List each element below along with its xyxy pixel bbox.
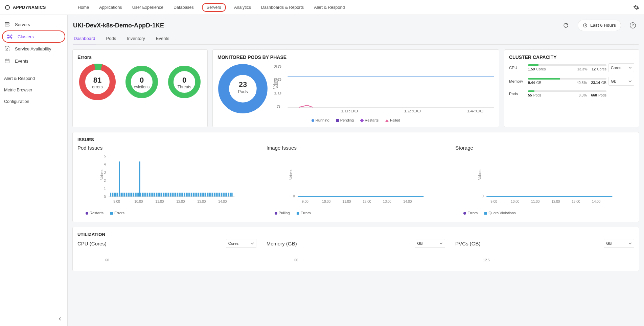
svg-rect-66: [166, 193, 168, 197]
sidebar-link-configuration[interactable]: Configuration: [0, 96, 67, 107]
svg-text:3: 3: [104, 171, 106, 174]
svg-rect-48: [135, 193, 136, 197]
sidebar-item-service-availability[interactable]: Service Availability: [0, 43, 67, 55]
brand-icon: [5, 5, 10, 10]
error-ring-Threats: 0 Threats: [167, 65, 201, 100]
svg-text:0: 0: [293, 194, 295, 198]
help-button[interactable]: [627, 20, 639, 31]
nav-servers[interactable]: Servers: [202, 3, 226, 12]
svg-rect-83: [196, 193, 198, 197]
errors-title: Errors: [77, 55, 203, 60]
tab-pods[interactable]: Pods: [106, 33, 117, 44]
sidebar-item-events[interactable]: Events: [0, 55, 67, 67]
legend-running: Running: [312, 118, 329, 122]
svg-rect-55: [147, 193, 148, 197]
svg-rect-64: [163, 193, 164, 197]
svg-text:11:00: 11:00: [531, 200, 540, 203]
svg-rect-85: [200, 193, 201, 197]
svg-point-4: [7, 35, 8, 36]
time-range-label: Last 6 Hours: [590, 23, 616, 28]
nav-user-experience[interactable]: User Experience: [130, 4, 165, 11]
page-title: UKI-DevX-k8s-Demo-AppD-1KE: [73, 22, 164, 29]
svg-rect-95: [217, 193, 219, 197]
refresh-button[interactable]: [560, 20, 572, 31]
pods-count-label: Pods: [217, 89, 268, 94]
svg-rect-47: [133, 193, 134, 197]
svg-text:12:00: 12:00: [363, 200, 371, 203]
svg-rect-103: [231, 193, 233, 197]
svg-text:14:00: 14:00: [403, 200, 412, 203]
chevron-down-icon: [628, 66, 632, 69]
svg-rect-74: [180, 193, 182, 197]
svg-text:9:00: 9:00: [302, 200, 308, 203]
util-select[interactable]: GB: [415, 239, 445, 248]
nav-databases[interactable]: Databases: [171, 4, 196, 11]
util-col-cpu-(cores): CPU (Cores) Cores 60: [77, 239, 256, 266]
pods-donut: 23 Pods: [217, 63, 268, 115]
tab-events[interactable]: Events: [155, 33, 170, 44]
capacity-select-memory[interactable]: GB: [608, 77, 634, 86]
issue-col-storage: Storage Values 0 9:0010:0011:0012:0013:0…: [455, 144, 634, 215]
error-ring-evictions: 0 evictions: [125, 65, 159, 100]
svg-rect-105: [139, 161, 140, 197]
tab-dashboard[interactable]: Dashboard: [73, 33, 96, 44]
capacity-title: CLUSTER CAPACITY: [509, 55, 634, 60]
nav-alert-respond[interactable]: Alert & Respond: [312, 4, 347, 11]
svg-point-7: [11, 37, 12, 38]
svg-rect-44: [128, 193, 129, 197]
svg-rect-36: [114, 193, 115, 197]
svg-rect-76: [184, 193, 185, 197]
calendar-icon: [4, 58, 10, 64]
gear-icon[interactable]: [633, 4, 639, 10]
errors-card: Errors 81 errors 0 evictions 0 Threats: [72, 49, 208, 127]
nav-analytics[interactable]: Analytics: [232, 4, 253, 11]
svg-text:10:00: 10:00: [341, 109, 358, 113]
svg-text:Values: Values: [289, 170, 293, 180]
help-icon: [629, 22, 636, 29]
time-range-selector[interactable]: Last 6 Hours: [578, 20, 621, 31]
main-content: UKI-DevX-k8s-Demo-AppD-1KE Last 6 Hours …: [68, 15, 644, 326]
svg-rect-37: [115, 193, 117, 197]
sidebar-link-alert-respond[interactable]: Alert & Respond: [0, 73, 67, 84]
pods-count: 23: [217, 80, 268, 89]
util-col-memory-(gb): Memory (GB) GB 60: [267, 239, 445, 266]
svg-text:12:00: 12:00: [552, 200, 560, 203]
utilization-section-title: UTILIZATION: [77, 232, 634, 237]
svg-rect-2: [5, 25, 9, 26]
nav-applications[interactable]: Applications: [97, 4, 124, 11]
sidebar-link-metric-browser[interactable]: Metric Browser: [0, 84, 67, 96]
collapse-sidebar-icon[interactable]: [58, 316, 63, 323]
svg-rect-100: [226, 193, 228, 197]
nav-dashboards-reports[interactable]: Dashboards & Reports: [259, 4, 306, 11]
svg-rect-34: [110, 193, 111, 197]
svg-text:60: 60: [105, 258, 109, 262]
legend-restarts: Restarts: [361, 118, 378, 122]
svg-text:10:00: 10:00: [322, 200, 330, 203]
capacity-select-cpu[interactable]: Cores: [608, 63, 634, 72]
legend-pending: Pending: [336, 118, 354, 122]
tab-inventory[interactable]: Inventory: [126, 33, 145, 44]
svg-rect-94: [215, 193, 217, 197]
svg-rect-73: [179, 193, 180, 197]
clock-icon: [583, 23, 588, 28]
svg-rect-91: [210, 193, 212, 197]
svg-rect-96: [219, 193, 221, 197]
nav-home[interactable]: Home: [76, 4, 91, 11]
svg-rect-80: [191, 193, 192, 197]
svg-text:60: 60: [294, 258, 298, 262]
svg-rect-87: [203, 193, 205, 197]
svg-point-6: [7, 37, 8, 38]
svg-rect-62: [159, 193, 161, 197]
svg-rect-45: [130, 193, 131, 197]
sidebar-item-clusters[interactable]: Clusters: [2, 30, 65, 43]
util-select[interactable]: Cores: [226, 239, 256, 248]
svg-text:Values: Values: [478, 170, 482, 180]
svg-text:11:00: 11:00: [342, 200, 351, 203]
svg-rect-101: [228, 193, 229, 197]
util-select[interactable]: GB: [604, 239, 634, 248]
sidebar-item-servers[interactable]: Servers: [0, 18, 67, 30]
svg-text:13:00: 13:00: [197, 200, 206, 203]
svg-text:Values: Values: [272, 79, 279, 89]
capacity-row-pods: Pods 55 Pods 8.3% 660 Pods: [509, 90, 634, 97]
svg-text:14:00: 14:00: [466, 109, 484, 113]
